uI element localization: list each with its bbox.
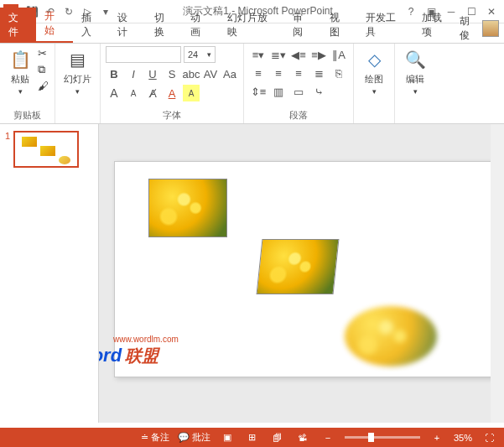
decrease-indent-button[interactable]: ◀≡ [289,46,308,63]
notes-icon: ≐ [141,432,148,443]
image-tulips-2[interactable] [257,239,340,294]
editing-label: 编辑 [406,73,424,86]
comments-button[interactable]: 💬批注 [178,431,210,444]
slides-label: 幻灯片 [64,73,91,86]
highlight-button[interactable]: A [183,85,200,101]
image-tulips-1[interactable] [148,179,227,237]
username-label: 胡俊 [460,14,479,43]
underline-button[interactable]: U [144,65,161,82]
watermark-ord: ord [99,345,122,366]
group-clipboard: 📋 粘贴 ▾ ✂ ⧉ 🖌 剪贴板 [0,44,55,123]
account-area[interactable]: 胡俊 [460,14,504,43]
align-center-button[interactable]: ≡ [269,65,288,81]
align-right-button[interactable]: ≡ [289,65,308,81]
clear-formatting-button[interactable]: A̸ [144,85,161,101]
drawing-label: 绘图 [365,73,383,86]
vertical-scrollbar[interactable] [491,124,504,423]
group-paragraph: ≡▾ ≣▾ ◀≡ ≡▶ ‖A ≡ ≡ ≡ ≣ ⎘ ⇕≡ ▥ ▭ ⤷ 段落 [244,44,354,123]
bold-button[interactable]: B [106,65,122,82]
workspace: 1 www.wordlm.com W ord 联盟 [0,124,504,423]
increase-indent-button[interactable]: ≡▶ [309,46,328,63]
zoom-level[interactable]: 35% [454,433,472,443]
tab-design[interactable]: 设计 [109,8,145,43]
copy-icon[interactable]: ⧉ [37,62,49,77]
slide[interactable]: www.wordlm.com W ord 联盟 [114,161,493,377]
tab-review[interactable]: 审阅 [284,8,320,43]
numbering-button[interactable]: ≣▾ [269,46,288,63]
justify-button[interactable]: ≣ [309,65,328,81]
columns-button[interactable]: ▥ [269,83,288,100]
group-drawing: ◇ 绘图 ▾ [354,44,395,123]
tab-file[interactable]: 文件 [0,8,36,43]
zoom-slider-knob[interactable] [368,433,374,442]
avatar [482,20,499,37]
font-size-combo[interactable]: 24▾ [184,46,216,63]
tab-animations[interactable]: 动画 [182,8,218,43]
clipboard-icon: 📋 [8,48,32,71]
tab-insert[interactable]: 插入 [73,8,109,43]
chevron-down-icon: ▾ [372,87,377,96]
text-direction-button[interactable]: ‖A [330,46,348,63]
fit-window-icon[interactable]: ⛶ [481,433,497,443]
thumbnail-item[interactable]: 1 [5,131,93,168]
tab-view[interactable]: 视图 [321,8,357,43]
character-spacing-button[interactable]: AV [202,65,219,82]
ribbon-tabs: 文件 开始 插入 设计 切换 动画 幻灯片放映 审阅 视图 开发工具 加载项 胡… [0,23,504,44]
line-spacing-button[interactable]: ⇕≡ [249,83,268,100]
image-tulips-3[interactable] [345,306,437,366]
chevron-down-icon: ▾ [18,87,23,96]
tab-addins[interactable]: 加载项 [413,8,460,43]
drawing-button[interactable]: ◇ 绘图 ▾ [359,46,389,120]
slide-number: 1 [5,131,10,168]
group-font: 24▾ B I U S abc AV Aa A A A̸ A A 字体 [101,44,244,123]
slide-icon: ▤ [66,48,90,71]
align-left-button[interactable]: ≡ [249,65,268,81]
status-bar: ≐备注 💬批注 ▣ ⊞ 🗐 📽 − + 35% ⛶ [0,428,504,447]
find-icon: 🔍 [403,48,427,71]
watermark: www.wordlm.com W ord 联盟 [99,343,158,367]
shadow-button[interactable]: abc [183,65,200,82]
font-color-button[interactable]: A [164,85,180,101]
list-level-button[interactable]: ⤷ [309,83,328,100]
tab-home[interactable]: 开始 [36,6,72,43]
watermark-cn: 联盟 [125,345,158,367]
zoom-out-button[interactable]: − [320,433,336,443]
sorter-view-icon[interactable]: ⊞ [244,432,261,443]
tab-developer[interactable]: 开发工具 [357,8,413,43]
notes-button[interactable]: ≐备注 [141,431,169,444]
align-text-button[interactable]: ⎘ [330,65,348,81]
reading-view-icon[interactable]: 🗐 [269,433,286,443]
strikethrough-button[interactable]: S [164,65,180,82]
new-slide-button[interactable]: ▤ 幻灯片 ▾ [60,46,95,120]
ribbon: 📋 粘贴 ▾ ✂ ⧉ 🖌 剪贴板 ▤ 幻灯片 ▾ 24▾ [0,44,504,124]
slide-thumbnails-pane: 1 [0,124,99,423]
convert-smartart-button[interactable]: ▭ [289,83,308,100]
normal-view-icon[interactable]: ▣ [219,432,236,443]
paste-label: 粘贴 [11,73,29,86]
chevron-down-icon: ▾ [75,87,80,96]
italic-button[interactable]: I [125,65,142,82]
cut-icon[interactable]: ✂ [37,46,49,60]
editing-button[interactable]: 🔍 编辑 ▾ [400,46,430,120]
group-label-clipboard: 剪贴板 [5,107,49,122]
shapes-icon: ◇ [362,48,386,71]
tab-slideshow[interactable]: 幻灯片放映 [219,8,285,43]
increase-font-button[interactable]: A [106,85,122,101]
slideshow-view-icon[interactable]: 📽 [294,433,311,443]
group-label-font: 字体 [106,107,238,122]
group-slides: ▤ 幻灯片 ▾ [55,44,101,123]
decrease-font-button[interactable]: A [125,85,142,101]
tab-transitions[interactable]: 切换 [146,8,182,43]
paste-button[interactable]: 📋 粘贴 ▾ [5,46,35,107]
change-case-button[interactable]: Aa [221,65,238,82]
group-label-paragraph: 段落 [249,107,348,122]
format-painter-icon[interactable]: 🖌 [37,79,49,93]
bullets-button[interactable]: ≡▾ [249,46,268,63]
zoom-slider[interactable] [345,436,420,439]
slide-thumbnail[interactable] [13,131,79,168]
font-name-combo[interactable] [106,46,181,63]
zoom-in-button[interactable]: + [429,433,445,443]
comments-icon: 💬 [178,432,190,443]
watermark-url: www.wordlm.com [113,335,179,344]
slide-canvas-area[interactable]: www.wordlm.com W ord 联盟 [99,124,504,423]
